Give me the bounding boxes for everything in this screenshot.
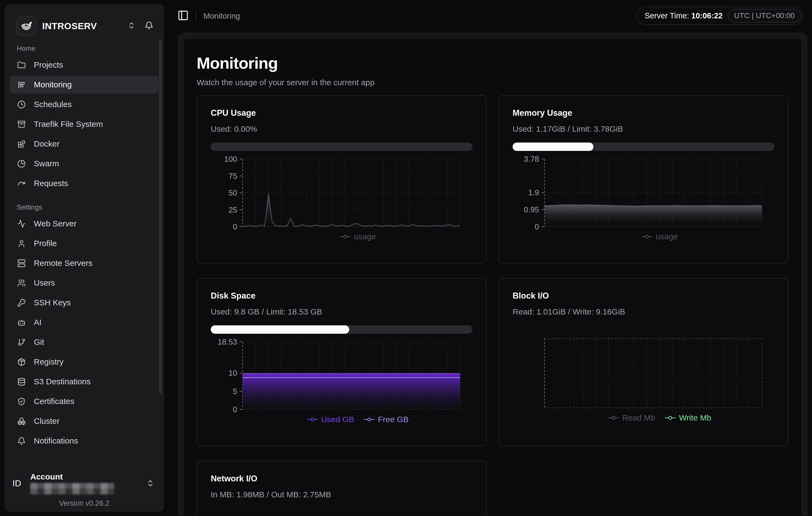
legend-item: usage	[641, 232, 678, 241]
legend-label: usage	[656, 232, 678, 241]
sidebar-scrollbar[interactable]	[159, 39, 162, 394]
y-axis-tick-label: 0	[535, 222, 539, 229]
sidebar-toggle-button[interactable]	[177, 10, 189, 22]
redo-icon	[17, 179, 26, 188]
server-time-value: 10:06:22	[691, 11, 723, 20]
sidebar-item-certificates[interactable]: Certificates	[10, 393, 159, 410]
progress-bar	[513, 143, 775, 151]
legend-marker-icon	[339, 234, 351, 239]
y-axis-tick-label: 18.53	[218, 339, 237, 346]
sidebar-item-notifications[interactable]: Notifications	[10, 432, 159, 450]
sidebar-item-label: Notifications	[34, 436, 78, 446]
progress-fill	[513, 143, 593, 151]
sidebar-nav: HomeProjectsMonitoringSchedulesTraefik F…	[4, 36, 164, 450]
progress-fill	[211, 325, 349, 334]
sidebar-item-label: Schedules	[34, 100, 72, 109]
sidebar-item-swarm[interactable]: Swarm	[10, 155, 159, 173]
chart-legend: usage	[211, 232, 472, 241]
key-icon	[17, 298, 26, 307]
account-id-blurred	[30, 483, 114, 494]
sidebar-item-web-server[interactable]: Web Server	[10, 215, 159, 233]
sidebar-item-monitoring[interactable]: Monitoring	[10, 76, 159, 93]
archive-icon	[17, 120, 26, 128]
progress-bar	[211, 143, 472, 151]
sidebar-item-label: Profile	[34, 239, 57, 248]
shield-check-icon	[17, 397, 26, 406]
chart-legend: Used GBFree GB	[211, 415, 472, 424]
whale-icon	[20, 20, 32, 32]
nav-section-label: Home	[17, 45, 159, 53]
sidebar-item-ssh-keys[interactable]: SSH Keys	[10, 294, 159, 312]
card-block: Block I/ORead: 1.01GiB / Write: 9.16GiBR…	[498, 278, 788, 446]
activity-icon	[17, 220, 26, 228]
sidebar-item-label: Users	[34, 278, 55, 287]
sidebar-item-label: Registry	[34, 357, 64, 367]
sidebar-switcher-button[interactable]	[127, 21, 136, 31]
sidebar-item-requests[interactable]: Requests	[10, 174, 159, 192]
server-icon	[17, 259, 26, 267]
sidebar-item-schedules[interactable]: Schedules	[10, 95, 159, 113]
sidebar-item-projects[interactable]: Projects	[10, 56, 159, 74]
sidebar-item-label: Projects	[34, 60, 63, 69]
usage-chart: 051018.53	[211, 339, 476, 412]
cards-grid: CPU UsageUsed: 0.00%0255075100usageMemor…	[197, 95, 788, 516]
y-axis-tick-label: 0.95	[524, 205, 539, 214]
card-disk: Disk SpaceUsed: 9.8 GB / Limit: 18.53 GB…	[197, 278, 487, 446]
legend-marker-icon	[664, 415, 676, 420]
y-axis-tick-label: 100	[224, 156, 237, 163]
card-title: Block I/O	[513, 291, 775, 301]
sidebar-item-registry[interactable]: Registry	[10, 353, 159, 371]
sidebar-item-label: S3 Destinations	[34, 377, 91, 386]
sidebar-item-label: Remote Servers	[34, 259, 92, 268]
legend-label: usage	[354, 232, 376, 241]
clock-icon	[17, 101, 26, 109]
legend-marker-icon	[307, 417, 318, 422]
server-time-text: Server Time: 10:06:22	[644, 11, 723, 20]
usage-chart: 0255075100	[211, 156, 476, 229]
legend-label: Read Mb	[622, 413, 655, 423]
sidebar-item-users[interactable]: Users	[10, 274, 159, 292]
sidebar-item-label: SSH Keys	[34, 298, 71, 307]
usage-chart: 00.951.93.78	[513, 156, 778, 229]
notifications-bell-button[interactable]	[145, 21, 153, 31]
account-switcher[interactable]: ID Account	[12, 472, 156, 494]
sidebar-item-label: Cluster	[34, 417, 59, 426]
nav-section-label: Settings	[17, 203, 159, 211]
timezone-badge: UTC | UTC+00:00	[728, 9, 801, 23]
monitoring-panel: Monitoring Watch the usage of your serve…	[183, 38, 802, 516]
legend-item: Write Mb	[664, 413, 711, 423]
sidebar-item-traefik-file-system[interactable]: Traefik File System	[10, 115, 159, 133]
sidebar-item-cluster[interactable]: Cluster	[10, 412, 159, 430]
breadcrumb: Monitoring	[203, 11, 240, 21]
bell-icon	[17, 437, 26, 445]
legend-label: Write Mb	[679, 413, 711, 423]
chevrons-up-down-icon	[146, 479, 154, 487]
boxes-icon	[17, 417, 26, 425]
y-axis-tick-label: 50	[229, 189, 237, 197]
card-memory: Memory UsageUsed: 1.17GiB / Limit: 3.78G…	[498, 95, 788, 263]
sidebar-item-git[interactable]: Git	[10, 333, 159, 351]
y-axis-tick-label: 1.9	[528, 188, 539, 197]
chart-legend: Read MbWrite Mb	[513, 413, 775, 423]
card-cpu: CPU UsageUsed: 0.00%0255075100usage	[197, 95, 487, 263]
sidebar-item-profile[interactable]: Profile	[10, 234, 159, 252]
chart-legend: usage	[513, 232, 775, 241]
pie-chart-icon	[17, 160, 26, 168]
version-text: Version v0.26.2	[12, 499, 156, 508]
users-icon	[17, 279, 26, 287]
topbar: Monitoring Server Time: 10:06:22 UTC | U…	[173, 0, 812, 32]
y-axis-tick-label: 3.78	[524, 156, 539, 163]
page-title: Monitoring	[197, 54, 788, 73]
sidebar-item-ai[interactable]: AI	[10, 313, 159, 331]
card-title: Network I/O	[211, 474, 472, 484]
y-axis-tick-label: 75	[229, 172, 237, 180]
brand-logo-button[interactable]	[16, 16, 36, 36]
bell-icon	[145, 21, 153, 31]
sidebar: INTROSERV HomeProjectsMonitoringSchedule…	[4, 4, 164, 512]
sidebar-item-label: Certificates	[34, 397, 75, 406]
sidebar-item-label: AI	[34, 318, 41, 327]
sidebar-item-docker[interactable]: Docker	[10, 135, 159, 153]
sidebar-item-label: Web Server	[34, 219, 77, 228]
sidebar-item-remote-servers[interactable]: Remote Servers	[10, 254, 159, 272]
sidebar-item-s3-destinations[interactable]: S3 Destinations	[10, 373, 159, 391]
